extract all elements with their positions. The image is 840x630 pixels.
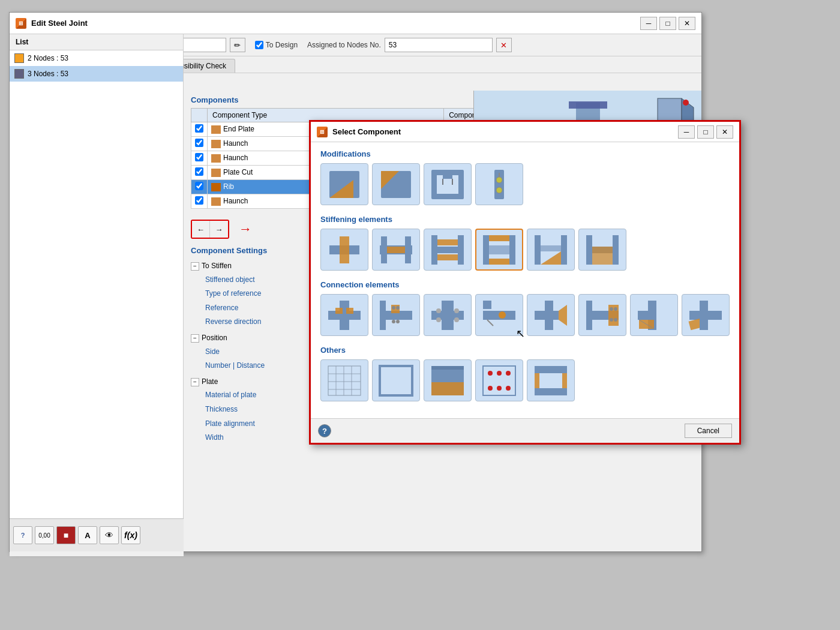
con2-svg (378, 299, 414, 332)
svg-rect-57 (442, 301, 454, 330)
comp-icon-mod4[interactable] (475, 163, 523, 205)
comp-icon-con3[interactable] (424, 294, 472, 336)
svg-rect-69 (586, 301, 592, 330)
comp-icon-con1[interactable] (320, 294, 368, 336)
svg-rect-48 (346, 308, 353, 314)
cat-items-connection (320, 294, 730, 336)
mod3-svg (430, 168, 466, 201)
to-design-checkbox[interactable] (255, 41, 263, 49)
sti1-svg (326, 233, 362, 266)
svg-rect-2 (569, 101, 607, 109)
comp-icon-oth3[interactable] (424, 359, 472, 401)
maximize-button[interactable]: □ (659, 17, 676, 30)
sti4-svg (481, 233, 517, 266)
assigned-input[interactable] (385, 38, 493, 52)
comp-check-5[interactable] (195, 182, 203, 190)
cat-items-modifications (320, 163, 730, 205)
main-titlebar: ⊞ Edit Steel Joint ─ □ ✕ (10, 13, 701, 34)
svg-rect-37 (535, 235, 541, 265)
oth2-svg (378, 364, 414, 397)
help-button[interactable]: ? (13, 526, 32, 544)
to-design-label: To Design (266, 41, 298, 49)
cat-items-stiffening (320, 229, 730, 271)
mod4-svg (481, 168, 517, 201)
decimal-button[interactable]: 0,00 (35, 526, 54, 544)
oth3-svg (430, 364, 466, 397)
oth4-svg (481, 364, 517, 397)
assigned-edit-button[interactable]: ✕ (496, 38, 512, 52)
mod1-svg (326, 168, 362, 201)
comp-icon-oth1[interactable] (320, 359, 368, 401)
svg-rect-71 (608, 305, 619, 326)
comp-color-3 (211, 154, 221, 163)
comp-icon-mod1[interactable] (320, 163, 368, 205)
comp-color-5 (211, 183, 221, 191)
comp-icon-con2[interactable] (372, 294, 420, 336)
con4-svg (481, 299, 517, 332)
comp-color-4 (211, 169, 221, 177)
color-button[interactable]: ■ (56, 526, 76, 544)
comp-icon-con7[interactable] (630, 294, 678, 336)
tree-label-plate: Plate (202, 376, 218, 389)
comp-icon-mod2[interactable] (372, 163, 420, 205)
col-checkbox (191, 109, 208, 122)
eye-button[interactable]: 👁 (100, 526, 119, 544)
con7-svg (636, 299, 672, 332)
expand-position[interactable]: − (191, 334, 199, 343)
cat-title-connection: Connection elements (320, 280, 730, 289)
svg-rect-33 (509, 235, 515, 265)
comp-icon-sti3[interactable] (424, 229, 472, 271)
sti2-svg (378, 233, 414, 266)
comp-icon-oth4[interactable] (475, 359, 523, 401)
comp-color-1 (211, 125, 221, 134)
expand-plate[interactable]: − (191, 378, 199, 386)
arrow-right-button[interactable]: → (210, 221, 228, 238)
dialog-icon: ⊞ (317, 127, 328, 137)
comp-icon-con6[interactable] (578, 294, 626, 336)
dialog-cancel-button[interactable]: Cancel (685, 424, 732, 438)
comp-check-2[interactable] (195, 139, 203, 147)
svg-rect-14 (443, 170, 452, 179)
comp-icon-sti2[interactable] (372, 229, 420, 271)
comp-icon-sti4[interactable] (475, 229, 523, 271)
dialog-title: Select Component (332, 127, 401, 136)
comp-check-1[interactable] (195, 124, 203, 133)
comp-icon-con5[interactable] (527, 294, 575, 336)
arrow-left-button[interactable]: ← (192, 221, 210, 238)
comp-icon-oth2[interactable] (372, 359, 420, 401)
oth1-svg (326, 364, 362, 397)
cat-title-others: Others (320, 346, 730, 355)
comp-check-3[interactable] (195, 153, 203, 161)
comp-icon-mod3[interactable] (424, 163, 472, 205)
node-item-2[interactable]: 3 Nodes : 53 (10, 66, 183, 82)
svg-point-54 (392, 320, 395, 323)
svg-rect-63 (483, 301, 491, 309)
dialog-content: Modifications (311, 142, 739, 418)
dialog-help-button[interactable]: ? (318, 424, 331, 437)
category-stiffening: Stiffening elements (320, 215, 730, 271)
comp-icon-con4[interactable] (475, 294, 523, 336)
svg-rect-47 (335, 308, 343, 314)
name-edit-button[interactable]: ✏ (230, 38, 245, 52)
comp-icon-sti1[interactable] (320, 229, 368, 271)
dialog-titlebar: ⊞ Select Component ─ □ ✕ (311, 122, 739, 142)
expand-to-stiffen[interactable]: − (191, 262, 199, 271)
comp-icon-sti5[interactable] (527, 229, 575, 271)
sti5-svg (533, 233, 569, 266)
cat-title-modifications: Modifications (320, 149, 730, 158)
close-button[interactable]: ✕ (679, 17, 695, 30)
comp-icon-sti6[interactable] (578, 229, 626, 271)
dialog-maximize-button[interactable]: □ (697, 125, 714, 139)
comp-check-6[interactable] (195, 196, 203, 205)
font-button[interactable]: A (78, 526, 97, 544)
node-item-1[interactable]: 2 Nodes : 53 (10, 50, 183, 66)
comp-icon-oth5[interactable] (527, 359, 575, 401)
dialog-close-button[interactable]: ✕ (716, 125, 733, 139)
minimize-button[interactable]: ─ (640, 17, 657, 30)
nav-btn-group: ← → (191, 220, 229, 239)
comp-check-4[interactable] (195, 167, 203, 176)
fx-button[interactable]: f(x) (121, 526, 140, 544)
dialog-minimize-button[interactable]: ─ (678, 125, 695, 139)
comp-icon-con8[interactable] (682, 294, 730, 336)
tree-label-position: Position (202, 332, 227, 345)
